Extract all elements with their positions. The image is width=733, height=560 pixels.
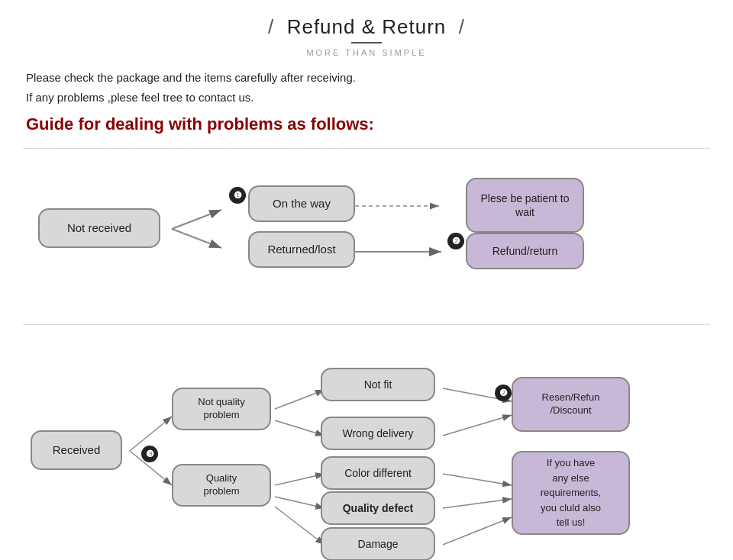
wrong-delivery-box: Wrong delivery [321,417,435,450]
svg-line-11 [275,474,325,485]
returned-lost-box: Returned/lost [248,231,355,268]
if-you-have-box: If you have any else requirements, you c… [512,451,630,535]
svg-line-2 [172,210,221,229]
svg-line-3 [172,229,221,248]
damage-box: Damage [321,527,435,560]
svg-line-18 [443,517,512,545]
svg-line-12 [275,497,325,508]
bottom-diagram: Received ❸ Not quality problem Quality p… [23,333,710,560]
svg-line-9 [275,390,325,409]
svg-line-17 [443,499,512,508]
please-wait-box: Plese be patient to wait [466,178,584,233]
badge-3: ❸ [141,446,158,462]
quality-defect-box: Quality defect [321,491,435,525]
refund-return-box: Refund/return [466,233,584,269]
divider [23,148,710,149]
top-diagram: Not received ❶ On the way Returned/lost … [23,156,710,309]
not-quality-problem-box: Not quality problem [172,388,271,430]
svg-line-10 [275,420,325,436]
not-fit-box: Not fit [321,368,435,401]
received-box: Received [31,430,122,470]
on-the-way-box: On the way [248,185,355,222]
svg-line-15 [443,415,512,436]
slash-left: / [268,15,274,38]
badge-1: ❶ [229,187,246,204]
quality-problem-box: Quality problem [172,464,271,507]
divider2 [23,324,710,325]
intro-line1: Please check the package and the items c… [26,68,710,88]
guide-title: Guide for dealing with problems as follo… [26,114,710,134]
title-text: Refund & Return [287,15,447,38]
header-line [351,42,382,43]
badge-2-top: ❷ [447,233,464,249]
subtitle: MORE THAN SIMPLE [23,48,710,57]
intro-line2: If any problems ,plese feel tree to cont… [26,88,710,108]
resen-refund-box: Resen/Refun /Discount [512,377,630,432]
color-different-box: Color different [321,456,435,490]
intro-text: Please check the package and the items c… [26,68,710,107]
svg-line-16 [443,474,512,485]
page-title: / Refund & Return / [23,15,710,39]
svg-line-13 [275,507,325,545]
badge-2-bottom: ❷ [495,385,512,401]
slash-right: / [459,15,465,38]
not-received-box: Not received [38,208,160,248]
page-header: / Refund & Return / MORE THAN SIMPLE [23,15,710,57]
